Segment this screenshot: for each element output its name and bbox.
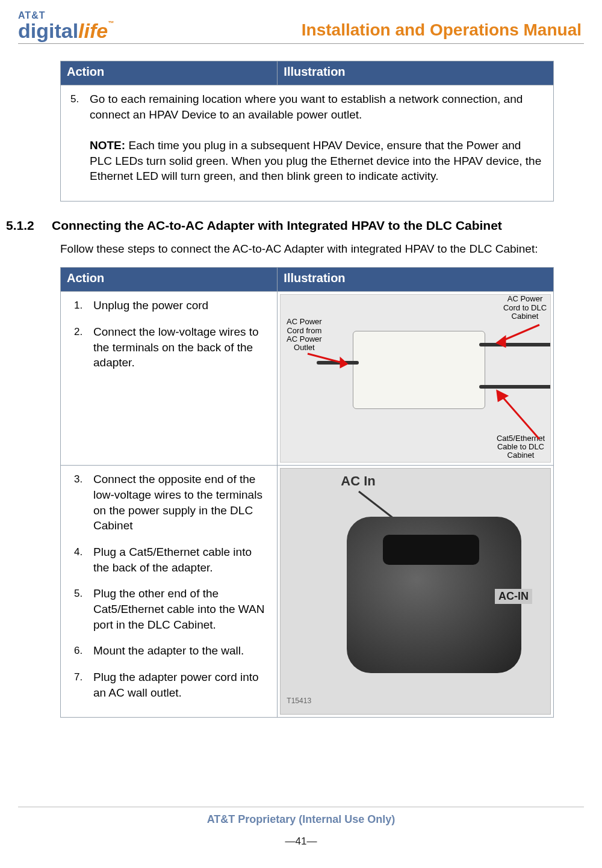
section-intro: Follow these steps to connect the AC-to-…	[60, 241, 554, 257]
step-text: Mount the adapter to the wall.	[93, 644, 244, 657]
svg-marker-3	[497, 337, 505, 346]
adapter-labeled-photo: AC Power Cord from AC Power Outlet AC Po…	[280, 294, 551, 463]
logo-line2: digitallife™	[18, 20, 114, 41]
list-item: 5. Go to each remaining location where y…	[79, 91, 546, 184]
note-label: NOTE:	[90, 139, 125, 152]
page-footer: AT&T Proprietary (Internal Use Only) —41…	[18, 807, 584, 848]
power-supply-photo: AC In AC-IN T15413	[280, 468, 551, 715]
note-text: Each time you plug in a subsequent HPAV …	[90, 139, 541, 182]
table2-row1-action: 1. Unplug the power cord 2. Connect the …	[61, 292, 278, 466]
procedure-table-continued: Action Illustration 5. Go to each remain…	[60, 61, 554, 202]
table2-header-illustration: Illustration	[278, 268, 554, 292]
step-text: Go to each remaining location where you …	[90, 93, 523, 121]
proprietary-notice: AT&T Proprietary (Internal Use Only)	[18, 813, 584, 826]
step-number: 3.	[74, 473, 82, 487]
step-number: 7.	[74, 671, 82, 685]
logo-word-digital: digital	[18, 19, 78, 42]
table2-header-action: Action	[61, 268, 278, 292]
page-header: AT&T digitallife™ Installation and Opera…	[18, 11, 584, 44]
step-text: Connect the low-voltage wires to the ter…	[93, 325, 259, 369]
page-number: —41—	[18, 836, 584, 848]
table1-header-action: Action	[61, 61, 278, 85]
section-number: 5.1.2	[6, 218, 52, 233]
table1-header-illustration: Illustration	[278, 61, 554, 85]
step-number: 5.	[74, 587, 82, 601]
step-number: 6.	[74, 644, 82, 658]
list-item: 5. Plug the other end of the Cat5/Ethern…	[82, 586, 270, 632]
logo-word-life: life	[78, 19, 108, 42]
list-item: 2. Connect the low-voltage wires to the …	[82, 324, 270, 371]
table2-row2-action: 3. Connect the opposite end of the low-v…	[61, 466, 278, 718]
logo-trademark: ™	[108, 20, 114, 26]
list-item: 6. Mount the adapter to the wall.	[82, 643, 270, 659]
section-title: Connecting the AC-to-AC Adapter with Int…	[52, 218, 502, 233]
ac-in-tag-label: AC-IN	[495, 589, 532, 604]
step-number: 1.	[74, 299, 82, 313]
list-item: 3. Connect the opposite end of the low-v…	[82, 472, 270, 534]
step-text: Plug the adapter power cord into an AC w…	[93, 671, 259, 699]
step-number: 5.	[70, 93, 79, 106]
table2-row1-illustration: AC Power Cord from AC Power Outlet AC Po…	[278, 292, 554, 466]
section-heading: 5.1.2 Connecting the AC-to-AC Adapter wi…	[6, 218, 554, 233]
table2-row2-illustration: AC In AC-IN T15413	[278, 466, 554, 718]
step-number: 4.	[74, 546, 82, 559]
svg-marker-1	[341, 359, 347, 367]
list-item: 1. Unplug the power cord	[82, 298, 270, 313]
table1-row-step5: 5. Go to each remaining location where y…	[61, 85, 554, 202]
step-text: Connect the opposite end of the low-volt…	[93, 473, 262, 532]
image-id-label: T15413	[287, 697, 311, 705]
procedure-table-2: Action Illustration 1. Unplug the power …	[60, 267, 554, 718]
step-number: 2.	[74, 325, 82, 339]
list-item: 7. Plug the adapter power cord into an A…	[82, 669, 270, 700]
logo: AT&T digitallife™	[18, 11, 114, 41]
step-text: Plug a Cat5/Ethernet cable into the back…	[93, 546, 252, 574]
list-item: 4. Plug a Cat5/Ethernet cable into the b…	[82, 544, 270, 575]
document-title: Installation and Operations Manual	[302, 20, 584, 41]
callout-arrows-icon	[281, 295, 551, 463]
step-text: Unplug the power cord	[93, 299, 208, 312]
ac-in-port-icon	[383, 535, 479, 565]
step-text: Plug the other end of the Cat5/Ethernet …	[93, 587, 264, 630]
